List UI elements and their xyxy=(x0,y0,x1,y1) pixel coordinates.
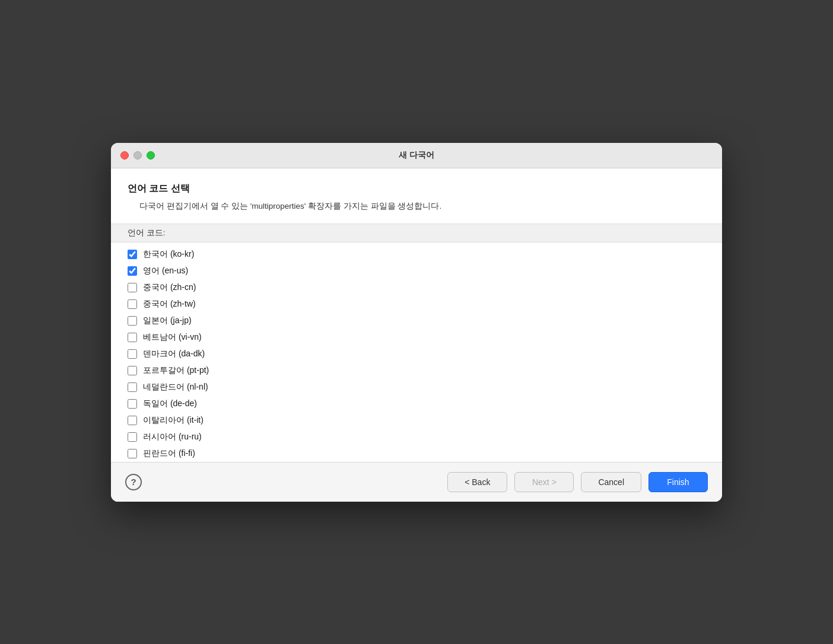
lang-item-pt-pt[interactable]: 포르투갈어 (pt-pt) xyxy=(128,362,705,379)
lang-label-zh-cn: 중국어 (zh-cn) xyxy=(143,282,196,293)
lang-label-en-us: 영어 (en-us) xyxy=(143,266,188,276)
lang-checkbox-zh-cn[interactable] xyxy=(128,283,137,292)
lang-label-de-de: 독일어 (de-de) xyxy=(143,398,197,409)
lang-label-it-it: 이탈리아어 (it-it) xyxy=(143,415,204,426)
back-button[interactable]: < Back xyxy=(447,472,507,492)
bottom-bar: ? < Back Next > Cancel Finish xyxy=(111,462,722,502)
lang-checkbox-vi-vn[interactable] xyxy=(128,333,137,342)
lang-label-nl-nl: 네덜란드어 (nl-nl) xyxy=(143,382,208,393)
lang-label-ja-jp: 일본어 (ja-jp) xyxy=(143,315,192,326)
lang-checkbox-de-de[interactable] xyxy=(128,399,137,409)
lang-item-en-us[interactable]: 영어 (en-us) xyxy=(128,263,705,279)
lang-checkbox-ko-kr[interactable] xyxy=(128,250,137,259)
lang-label-ru-ru: 러시아어 (ru-ru) xyxy=(143,432,202,442)
help-button[interactable]: ? xyxy=(125,474,142,490)
lang-checkbox-ru-ru[interactable] xyxy=(128,432,137,442)
lang-item-it-it[interactable]: 이탈리아어 (it-it) xyxy=(128,412,705,429)
lang-label-fi-fi: 핀란드어 (fi-fi) xyxy=(143,448,195,459)
lang-item-nl-nl[interactable]: 네덜란드어 (nl-nl) xyxy=(128,379,705,396)
lang-checkbox-en-us[interactable] xyxy=(128,266,137,276)
title-bar: 새 다국어 xyxy=(111,143,722,168)
lang-checkbox-it-it[interactable] xyxy=(128,416,137,425)
cancel-button[interactable]: Cancel xyxy=(581,472,641,492)
traffic-lights xyxy=(120,151,155,160)
lang-checkbox-da-dk[interactable] xyxy=(128,349,137,359)
content-area: 언어 코드 선택 다국어 편집기에서 열 수 있는 'multiproperti… xyxy=(111,168,722,462)
section-description: 다국어 편집기에서 열 수 있는 'multiproperties' 확장자를 … xyxy=(139,201,705,212)
lang-label-vi-vn: 베트남어 (vi-vn) xyxy=(143,332,202,343)
lang-label-ko-kr: 한국어 (ko-kr) xyxy=(143,249,194,260)
language-list[interactable]: 한국어 (ko-kr)영어 (en-us)중국어 (zh-cn)중국어 (zh-… xyxy=(111,243,722,462)
lang-item-zh-tw[interactable]: 중국어 (zh-tw) xyxy=(128,296,705,313)
lang-label-zh-tw: 중국어 (zh-tw) xyxy=(143,299,196,310)
lang-item-ja-jp[interactable]: 일본어 (ja-jp) xyxy=(128,313,705,329)
lang-checkbox-ja-jp[interactable] xyxy=(128,316,137,326)
lang-label-pt-pt: 포르투갈어 (pt-pt) xyxy=(143,365,209,376)
minimize-button[interactable] xyxy=(133,151,142,160)
lang-checkbox-fi-fi[interactable] xyxy=(128,449,137,458)
lang-checkbox-pt-pt[interactable] xyxy=(128,366,137,375)
lang-code-label: 언어 코드: xyxy=(111,224,722,243)
lang-item-fi-fi[interactable]: 핀란드어 (fi-fi) xyxy=(128,445,705,462)
next-button[interactable]: Next > xyxy=(514,472,574,492)
section-title: 언어 코드 선택 xyxy=(128,183,705,195)
lang-item-ru-ru[interactable]: 러시아어 (ru-ru) xyxy=(128,429,705,445)
lang-item-de-de[interactable]: 독일어 (de-de) xyxy=(128,396,705,412)
dialog-window: 새 다국어 언어 코드 선택 다국어 편집기에서 열 수 있는 'multipr… xyxy=(111,143,722,502)
lang-item-vi-vn[interactable]: 베트남어 (vi-vn) xyxy=(128,329,705,346)
lang-item-da-dk[interactable]: 덴마크어 (da-dk) xyxy=(128,346,705,362)
lang-label-da-dk: 덴마크어 (da-dk) xyxy=(143,349,205,359)
maximize-button[interactable] xyxy=(147,151,155,160)
window-title: 새 다국어 xyxy=(399,150,434,161)
lang-item-zh-cn[interactable]: 중국어 (zh-cn) xyxy=(128,279,705,296)
close-button[interactable] xyxy=(120,151,129,160)
lang-item-ko-kr[interactable]: 한국어 (ko-kr) xyxy=(128,246,705,263)
lang-checkbox-nl-nl[interactable] xyxy=(128,382,137,392)
lang-checkbox-zh-tw[interactable] xyxy=(128,299,137,309)
finish-button[interactable]: Finish xyxy=(648,472,708,492)
